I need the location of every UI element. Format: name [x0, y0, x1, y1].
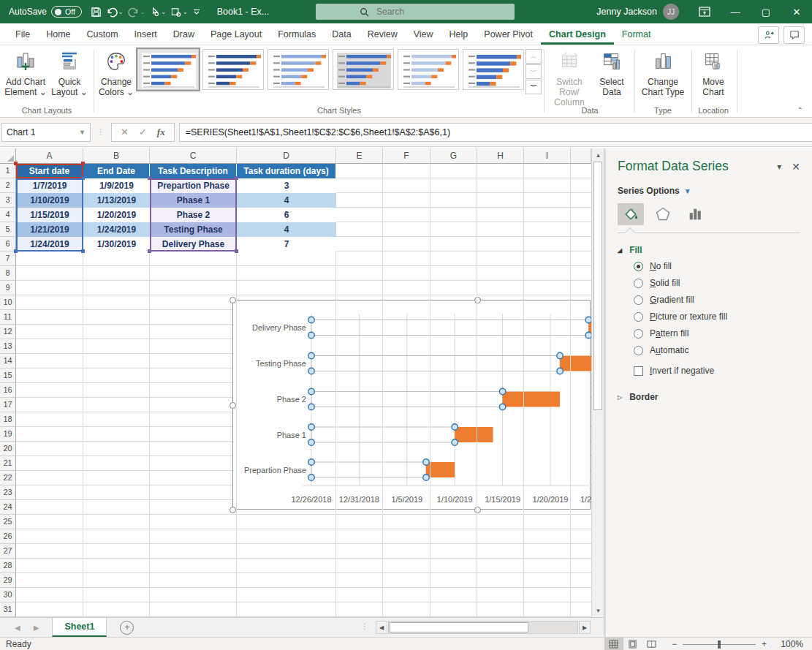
- tab-series-options[interactable]: [682, 203, 708, 225]
- cell-B2[interactable]: 1/9/2019: [83, 178, 150, 193]
- cell-A2[interactable]: 1/7/2019: [16, 178, 83, 193]
- column-header-G[interactable]: G: [430, 148, 477, 164]
- tab-effects[interactable]: [650, 203, 676, 225]
- row-header-15[interactable]: 15: [0, 369, 16, 383]
- scroll-left-icon[interactable]: ◀: [376, 621, 387, 634]
- row-header-11[interactable]: 11: [0, 310, 16, 325]
- change-colors-button[interactable]: Change Colors ⌄: [96, 48, 136, 97]
- row-header-29[interactable]: 29: [0, 573, 16, 588]
- ribbon-tab-home[interactable]: Home: [38, 25, 78, 45]
- chart-style-3[interactable]: [267, 49, 329, 90]
- radio-unselected[interactable]: [634, 346, 643, 355]
- customize-qat-button[interactable]: [191, 5, 202, 18]
- cell-D2[interactable]: 3: [237, 178, 336, 193]
- chart-selection-handle[interactable]: [474, 507, 481, 513]
- ribbon-tab-view[interactable]: View: [406, 25, 441, 45]
- row-header-5[interactable]: 5: [0, 222, 16, 237]
- fill-expanded-icon[interactable]: ◢: [618, 247, 622, 254]
- radio-unselected[interactable]: [634, 279, 643, 288]
- row-header-9[interactable]: 9: [0, 281, 16, 295]
- row-header-26[interactable]: 26: [0, 529, 16, 544]
- cell-B6[interactable]: 1/30/2019: [83, 237, 150, 252]
- row-header-23[interactable]: 23: [0, 485, 16, 500]
- cell-B4[interactable]: 1/20/2019: [83, 208, 150, 222]
- column-header-E[interactable]: E: [336, 148, 383, 164]
- category-range-c2-c6-handle[interactable]: [235, 176, 238, 180]
- name-box[interactable]: Chart 1 ▼: [1, 123, 91, 142]
- series-values-range-a2-a6-handle[interactable]: [81, 249, 85, 253]
- cell-A5[interactable]: 1/21/2019: [16, 222, 83, 237]
- scroll-up-icon[interactable]: ▲: [593, 149, 604, 161]
- cell-C4[interactable]: Phase 2: [150, 208, 237, 222]
- page-layout-view-button[interactable]: [623, 638, 642, 650]
- chart-selection-handle[interactable]: [229, 507, 236, 513]
- insert-function-icon[interactable]: fx: [157, 126, 165, 138]
- row-header-4[interactable]: 4: [0, 208, 16, 222]
- maximize-button[interactable]: ▢: [751, 0, 781, 23]
- invert-if-negative-checkbox[interactable]: Invert if negative: [634, 366, 800, 376]
- ribbon-display-options-button[interactable]: [689, 0, 720, 23]
- row-header-2[interactable]: 2: [0, 178, 16, 193]
- cell-A1[interactable]: Start date: [16, 164, 83, 178]
- move-chart-button[interactable]: Move Chart: [694, 48, 732, 97]
- select-data-button[interactable]: Select Data: [593, 48, 630, 97]
- fill-option-picture-or-texture-fill[interactable]: Picture or texture fill: [634, 311, 800, 322]
- chart-selection-handle[interactable]: [229, 297, 236, 303]
- add-chart-element-button[interactable]: Add Chart Element ⌄: [4, 48, 47, 97]
- column-header-B[interactable]: B: [83, 148, 150, 164]
- new-sheet-button[interactable]: +: [120, 618, 134, 637]
- fill-option-automatic[interactable]: Automatic: [634, 345, 800, 355]
- row-header-13[interactable]: 13: [0, 339, 16, 354]
- sheet-tab-sheet1[interactable]: Sheet1: [52, 618, 107, 637]
- row-header-7[interactable]: 7: [0, 252, 16, 266]
- row-header-8[interactable]: 8: [0, 266, 16, 281]
- row-header-17[interactable]: 17: [0, 398, 16, 412]
- ribbon-tab-insert[interactable]: Insert: [126, 25, 165, 45]
- horizontal-scrollbar[interactable]: ◀ ▶: [376, 621, 591, 634]
- chart-style-2[interactable]: [202, 49, 264, 90]
- cell-C1[interactable]: Task Description: [150, 164, 237, 178]
- zoom-slider[interactable]: [683, 644, 756, 645]
- ribbon-tab-format[interactable]: Format: [614, 25, 659, 45]
- border-collapsed-icon[interactable]: ▷: [618, 394, 622, 401]
- row-header-1[interactable]: 1: [0, 164, 16, 178]
- row-header-22[interactable]: 22: [0, 471, 16, 485]
- radio-unselected[interactable]: [634, 295, 643, 305]
- fill-option-pattern-fill[interactable]: Pattern fill: [634, 328, 800, 339]
- cell-B3[interactable]: 1/13/2019: [83, 193, 150, 208]
- fill-option-no-fill[interactable]: No fill: [634, 261, 800, 271]
- formula-input[interactable]: =SERIES(Sheet1!$A$1,Sheet1!$C$2:$C$6,She…: [179, 123, 812, 142]
- row-header-24[interactable]: 24: [0, 500, 16, 515]
- row-header-3[interactable]: 3: [0, 193, 16, 208]
- row-header-12[interactable]: 12: [0, 325, 16, 339]
- chart-style-5[interactable]: [398, 49, 459, 90]
- series-options-dropdown-icon[interactable]: ▼: [684, 187, 691, 195]
- save-button[interactable]: [89, 4, 103, 20]
- vertical-scrollbar[interactable]: ▲ ▼: [591, 148, 604, 617]
- cell-D6[interactable]: 7: [237, 237, 336, 252]
- row-header-31[interactable]: 31: [0, 602, 16, 617]
- name-box-dropdown-icon[interactable]: ▼: [79, 129, 86, 136]
- spreadsheet-grid[interactable]: 12/26/201812/31/20181/5/20191/10/20191/1…: [0, 148, 591, 617]
- cell-D1[interactable]: Task duration (days): [237, 164, 336, 178]
- column-header-I[interactable]: I: [524, 148, 571, 164]
- cell-A4[interactable]: 1/15/2019: [16, 208, 83, 222]
- series-values-range-a2-a6-handle[interactable]: [81, 176, 85, 180]
- zoom-level[interactable]: 100%: [774, 639, 803, 649]
- row-header-10[interactable]: 10: [0, 295, 16, 310]
- ribbon-tab-review[interactable]: Review: [360, 25, 406, 45]
- cell-D5[interactable]: 4: [237, 222, 336, 237]
- gantt-chart[interactable]: 12/26/201812/31/20181/5/20191/10/20191/1…: [232, 300, 591, 510]
- cell-D3[interactable]: 4: [237, 193, 336, 208]
- close-button[interactable]: ✕: [781, 0, 812, 23]
- cell-A3[interactable]: 1/10/2019: [16, 193, 83, 208]
- search-box[interactable]: [316, 4, 515, 20]
- undo-dropdown-icon[interactable]: ⌄: [118, 9, 124, 15]
- row-header-27[interactable]: 27: [0, 544, 16, 559]
- radio-unselected[interactable]: [634, 312, 643, 322]
- row-header-30[interactable]: 30: [0, 588, 16, 602]
- draw-select-button[interactable]: ⌄: [169, 4, 189, 20]
- cell-B5[interactable]: 1/24/2019: [83, 222, 150, 237]
- column-header-F[interactable]: F: [383, 148, 430, 164]
- gallery-down-button[interactable]: ﹀: [525, 64, 542, 79]
